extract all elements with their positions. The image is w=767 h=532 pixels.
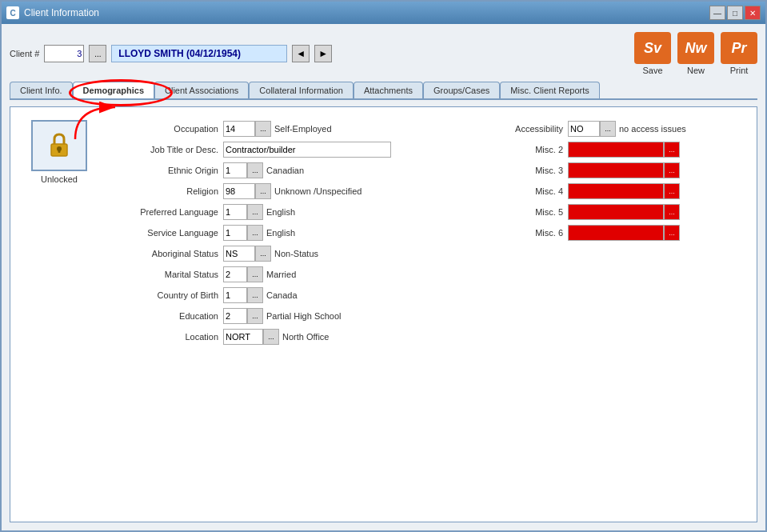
tab-collateral-information[interactable]: Collateral Information (249, 82, 354, 98)
misc3-browse-btn[interactable]: ... (664, 162, 680, 178)
client-number-input[interactable] (44, 45, 84, 62)
misc2-input[interactable] (568, 142, 664, 158)
close-button[interactable]: ✕ (745, 6, 761, 20)
misc-section: Accessibility ... no access issues Misc.… (504, 120, 744, 509)
main-window: C Client Information — □ ✕ Client # ... … (0, 0, 767, 532)
preferred-language-code-input[interactable] (223, 204, 247, 220)
fields-section: Occupation ... Self-Employed Job Title o… (111, 120, 488, 509)
print-label: Print (730, 66, 749, 75)
minimize-button[interactable]: — (709, 6, 725, 20)
aboriginal-status-row: Aboriginal Status ... Non-Status (111, 245, 488, 262)
tab-client-info[interactable]: Client Info. (10, 82, 73, 98)
religion-code-input[interactable] (223, 183, 255, 199)
print-button[interactable]: Pr Print (721, 32, 757, 75)
client-browse-btn[interactable]: ... (89, 45, 106, 62)
misc2-row: Misc. 2 ... (504, 141, 744, 158)
nav-prev-btn[interactable]: ◄ (292, 45, 310, 62)
occupation-code-input[interactable] (223, 121, 255, 137)
toolbar: Sv Save Nw New Pr Print (634, 32, 757, 75)
lock-section: Unlocked (23, 120, 95, 509)
misc2-browse-btn[interactable]: ... (664, 142, 680, 158)
marital-status-code-input[interactable] (223, 266, 247, 282)
tab-attachments[interactable]: Attachments (354, 82, 423, 98)
job-title-row: Job Title or Desc. (111, 141, 488, 158)
ethnic-origin-label: Ethnic Origin (111, 166, 223, 175)
misc4-browse-btn[interactable]: ... (664, 183, 680, 199)
lock-label: Unlocked (41, 174, 78, 184)
occupation-row: Occupation ... Self-Employed (111, 120, 488, 138)
misc5-browse-btn[interactable]: ... (664, 204, 680, 220)
save-icon: Sv (634, 32, 671, 64)
misc2-label: Misc. 2 (504, 145, 568, 154)
education-code-input[interactable] (223, 308, 247, 324)
accessibility-text: no access issues (619, 124, 744, 134)
preferred-language-label: Preferred Language (111, 207, 223, 217)
misc6-label: Misc. 6 (504, 228, 568, 238)
aboriginal-status-code-input[interactable] (223, 246, 255, 262)
lock-icon-button[interactable] (31, 120, 87, 171)
accessibility-label: Accessibility (504, 124, 568, 134)
aboriginal-status-browse-btn[interactable]: ... (255, 246, 271, 262)
misc4-label: Misc. 4 (504, 186, 568, 196)
padlock-icon (43, 130, 75, 162)
service-language-code-input[interactable] (223, 225, 247, 241)
preferred-language-browse-btn[interactable]: ... (247, 204, 263, 220)
ethnic-origin-code-input[interactable] (223, 162, 247, 178)
job-title-input[interactable] (223, 142, 391, 158)
save-button[interactable]: Sv Save (634, 32, 671, 75)
tab-demographics[interactable]: Demographics (73, 82, 154, 98)
preferred-language-row: Preferred Language ... English (111, 203, 488, 221)
misc4-input[interactable] (568, 183, 664, 199)
service-language-browse-btn[interactable]: ... (247, 225, 263, 241)
tab-client-associations[interactable]: Client Associations (154, 82, 249, 98)
marital-status-row: Marital Status ... Married (111, 266, 488, 283)
nav-next-btn[interactable]: ► (314, 45, 332, 62)
country-birth-row: Country of Birth ... Canada (111, 286, 488, 304)
marital-status-label: Marital Status (111, 270, 223, 279)
country-birth-browse-btn[interactable]: ... (247, 287, 263, 303)
misc3-input[interactable] (568, 162, 664, 178)
location-code-input[interactable] (223, 329, 263, 345)
accessibility-code-input[interactable] (568, 121, 600, 137)
location-text: North Office (282, 332, 488, 342)
marital-status-browse-btn[interactable]: ... (247, 266, 263, 282)
religion-text: Unknown /Unspecified (274, 186, 488, 196)
location-browse-btn[interactable]: ... (263, 329, 279, 345)
misc5-input[interactable] (568, 204, 664, 220)
service-language-label: Service Language (111, 228, 223, 238)
preferred-language-text: English (266, 207, 488, 217)
tab-groups-cases[interactable]: Groups/Cases (423, 82, 500, 98)
main-panel: Unlocked Occupation ... Self-Employed Jo… (10, 106, 757, 522)
window-controls: — □ ✕ (709, 6, 761, 20)
misc6-row: Misc. 6 ... (504, 224, 744, 242)
app-icon: C (6, 6, 19, 19)
service-language-row: Service Language ... English (111, 224, 488, 242)
maximize-button[interactable]: □ (727, 6, 743, 20)
misc5-label: Misc. 5 (504, 207, 568, 217)
education-row: Education ... Partial High School (111, 307, 488, 325)
accessibility-browse-btn[interactable]: ... (600, 121, 616, 137)
religion-row: Religion ... Unknown /Unspecified (111, 182, 488, 200)
religion-browse-btn[interactable]: ... (255, 183, 271, 199)
country-birth-code-input[interactable] (223, 287, 247, 303)
service-language-text: English (266, 228, 488, 238)
client-name-display: LLOYD SMITH (04/12/1954) (111, 45, 287, 62)
location-row: Location ... North Office (111, 328, 488, 346)
occupation-text: Self-Employed (274, 124, 488, 134)
ethnic-origin-browse-btn[interactable]: ... (247, 162, 263, 178)
education-browse-btn[interactable]: ... (247, 308, 263, 324)
window-title: Client Information (24, 7, 99, 18)
misc6-browse-btn[interactable]: ... (664, 225, 680, 241)
new-button[interactable]: Nw New (677, 32, 714, 75)
occupation-browse-btn[interactable]: ... (255, 121, 271, 137)
job-title-label: Job Title or Desc. (111, 145, 223, 154)
misc3-label: Misc. 3 (504, 166, 568, 175)
misc6-input[interactable] (568, 225, 664, 241)
top-bar: Client # ... LLOYD SMITH (04/12/1954) ◄ … (10, 32, 757, 75)
tab-misc-reports[interactable]: Misc. Client Reports (500, 82, 599, 98)
misc3-row: Misc. 3 ... (504, 162, 744, 179)
print-icon: Pr (721, 32, 757, 64)
marital-status-text: Married (266, 270, 488, 279)
occupation-label: Occupation (111, 124, 223, 134)
aboriginal-status-label: Aboriginal Status (111, 249, 223, 258)
